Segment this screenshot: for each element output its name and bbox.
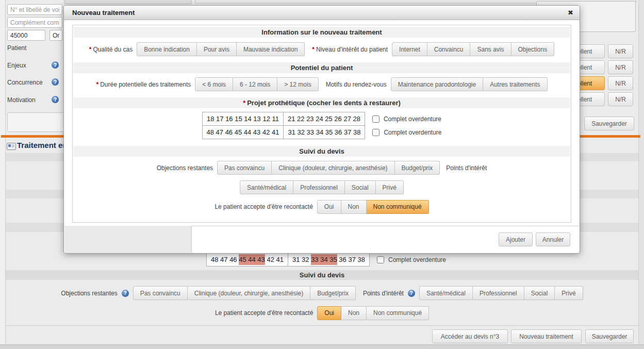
overdenture-upper-checkbox[interactable] — [372, 115, 379, 123]
address-complement-input[interactable] — [7, 17, 62, 28]
interest-professionnel-button[interactable]: Professionnel — [293, 180, 345, 194]
teeth-cell-lower-left[interactable]: 31 32 33 34 35 36 37 38 — [288, 253, 370, 267]
dialog-titlebar[interactable]: Nouveau traitement ✖ — [64, 6, 580, 20]
niveau-group: Internet Convaincu Sans avis Objections — [392, 42, 554, 56]
objections-label: Objections restantes — [157, 164, 213, 172]
niveau-objections-button[interactable]: Objections — [511, 42, 555, 56]
niveau-sans-avis-button[interactable]: Sans avis — [470, 42, 511, 56]
objection-clinique-button[interactable]: Clinique (douleur, chirurgie, anesthésie… — [188, 286, 310, 300]
teeth-row-upper: 18 17 16 15 14 13 12 11 21 22 23 24 25 2… — [73, 112, 571, 126]
objection-clinique-button[interactable]: Clinique (douleur, chirurgie, anesthésie… — [272, 161, 394, 175]
interest-professionnel-button[interactable]: Professionnel — [473, 286, 524, 300]
qualite-group: Bonne indication Pour avis Mauvaise indi… — [137, 42, 305, 56]
suivi-devis-bar: Suivi du devis — [6, 270, 638, 280]
close-icon[interactable]: ✖ — [568, 9, 573, 17]
teeth-cell-upper-right[interactable]: 18 17 16 15 14 13 12 11 — [202, 112, 284, 126]
teeth-plain: 36 37 38 — [337, 256, 365, 263]
teeth-cell-lower-right[interactable]: 48 47 46 45 44 43 42 41 — [202, 125, 284, 139]
section-suivi-title: Suivi du devis — [299, 147, 344, 155]
qualite-pour-avis-button[interactable]: Pour avis — [197, 42, 237, 56]
add-button[interactable]: Ajouter — [499, 232, 533, 246]
required-marker: * — [312, 46, 315, 53]
overdenture-upper-label: Complet overdenture — [384, 115, 441, 123]
interest-sante-button[interactable]: Santé/médical — [240, 180, 293, 194]
interest-prive-button[interactable]: Privé — [555, 286, 583, 300]
niveau-label: *Niveau d'intérêt du patient — [312, 46, 388, 53]
teeth-cell-lower-right[interactable]: 48 47 46 45 44 43 42 41 — [206, 253, 288, 267]
teeth-row-lower: 48 47 46 45 44 43 42 41 31 32 33 34 35 3… — [73, 125, 571, 139]
teeth-selected: 45 44 43 — [239, 254, 265, 265]
objections-row: Objections restantes Pas convaincu Clini… — [73, 160, 571, 175]
section-suivi: Suivi du devis — [73, 146, 570, 157]
save-bottom-button[interactable]: Sauvegarder — [585, 329, 634, 343]
objections-group: Pas convaincu Clinique (douleur, chirurg… — [133, 286, 356, 300]
concurrence-nr-button[interactable]: N/R — [608, 76, 633, 90]
objections-help-icon[interactable]: ? — [122, 290, 129, 297]
teeth-plain: 48 47 46 — [211, 256, 239, 263]
section-info-title: Information sur le nouveau traitement — [261, 28, 382, 36]
recontact-non-communique-button[interactable]: Non communiqué — [367, 306, 429, 320]
motif-maintenance-button[interactable]: Maintenance parodontologie — [391, 77, 483, 91]
recontact-non-communique-button[interactable]: Non communiqué — [367, 200, 429, 214]
qualite-bonne-indication-button[interactable]: Bonne indication — [137, 42, 197, 56]
interest-social-button[interactable]: Social — [345, 180, 376, 194]
recontact-non-button[interactable]: Non — [341, 200, 367, 214]
duree-plus-12-mois-button[interactable]: > 12 mois — [277, 77, 318, 91]
teeth-selected: 33 34 35 — [311, 254, 337, 265]
motivation-label: Motivation — [7, 96, 36, 104]
overdenture-label: Complet overdenture — [388, 256, 446, 263]
section-potentiel: Potentiel du patient — [73, 62, 570, 73]
niveau-convaincu-button[interactable]: Convaincu — [427, 42, 471, 56]
qualite-niveau-row: *Qualité du cas Bonne indication Pour av… — [73, 42, 571, 57]
treatment-card-icon — [7, 143, 16, 150]
zip-input[interactable] — [7, 30, 45, 41]
niveau-internet-button[interactable]: Internet — [392, 42, 427, 56]
patient-label: Patient — [7, 44, 26, 52]
recontact-oui-button[interactable]: Oui — [317, 306, 341, 320]
objection-budget-button[interactable]: Budget/prix — [395, 161, 440, 175]
interests-label: Points d'intérêt — [363, 290, 404, 297]
interests-help-icon[interactable]: ? — [408, 290, 415, 297]
duree-6-12-mois-button[interactable]: 6 - 12 mois — [233, 77, 277, 91]
enjeux-nr-button[interactable]: N/R — [608, 60, 633, 74]
objection-pas-convaincu-button[interactable]: Pas convaincu — [133, 286, 188, 300]
objection-pas-convaincu-button[interactable]: Pas convaincu — [217, 161, 272, 175]
qualite-mauvaise-indication-button[interactable]: Mauvaise indication — [237, 42, 305, 56]
overdenture-lower-checkbox[interactable] — [372, 129, 379, 136]
interests-group: Santé/médical Professionnel Social Privé — [240, 180, 404, 194]
recontact-non-button[interactable]: Non — [341, 306, 367, 320]
save-top-button[interactable]: Sauvegarder — [584, 117, 634, 130]
nouveau-traitement-button[interactable]: Nouveau traitement — [511, 329, 582, 343]
street-input[interactable] — [7, 4, 62, 15]
section-info: Information sur le nouveau traitement — [73, 27, 570, 38]
enjeux-help-icon[interactable]: ? — [52, 61, 59, 69]
objection-budget-button[interactable]: Budget/prix — [310, 286, 356, 300]
cancel-button[interactable]: Annuler — [536, 232, 570, 246]
teeth-cell-lower-left[interactable]: 31 32 33 34 35 36 37 38 — [283, 125, 365, 139]
required-marker: * — [96, 81, 98, 88]
interest-social-button[interactable]: Social — [524, 286, 555, 300]
background-toolbar-fragment — [64, 0, 192, 4]
patient-nr-button[interactable]: N/R — [608, 44, 633, 58]
teeth-cell-upper-left[interactable]: 21 22 23 24 25 26 27 28 — [283, 112, 365, 126]
footer-divider — [6, 325, 638, 326]
motif-autres-button[interactable]: Autres traitements — [483, 77, 547, 91]
motivation-help-icon[interactable]: ? — [52, 96, 59, 103]
motivation-nr-button[interactable]: N/R — [608, 92, 633, 106]
recontact-group: Oui Non Non communiqué — [317, 306, 429, 320]
suivi-devis-title: Suivi du devis — [300, 271, 344, 279]
acceder-devis-button[interactable]: Accéder au devis n°3 — [432, 329, 508, 343]
city-input[interactable] — [49, 30, 62, 41]
teeth-plain: 31 32 — [292, 256, 311, 263]
overdenture-checkbox[interactable] — [377, 256, 384, 263]
objections-row: Objections restantes ? Pas convaincu Cli… — [6, 286, 638, 301]
interests-label: Points d'intérêt — [446, 164, 487, 172]
bottom-gutter — [0, 344, 644, 349]
duree-moins-6-mois-button[interactable]: < 6 mois — [195, 77, 233, 91]
interest-prive-button[interactable]: Privé — [376, 180, 404, 194]
recontact-label: Le patient accepte d'être recontacté — [214, 203, 312, 210]
section-projet-title: Projet prothétique (cocher les dents à r… — [247, 99, 401, 107]
recontact-oui-button[interactable]: Oui — [317, 200, 341, 214]
concurrence-help-icon[interactable]: ? — [52, 78, 59, 86]
interest-sante-button[interactable]: Santé/médical — [419, 286, 473, 300]
